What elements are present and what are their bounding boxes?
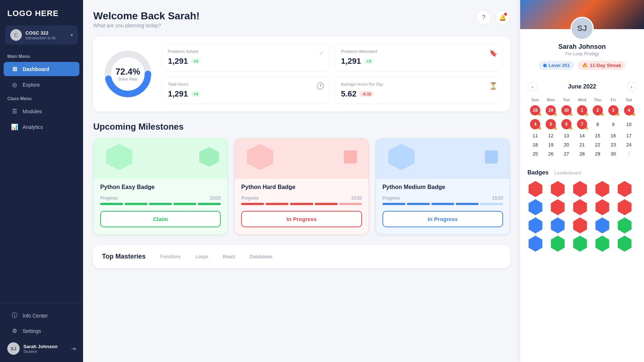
- problems-solved-label: Problems Solved: [168, 49, 323, 54]
- hard-progress-value: 15/20: [351, 196, 362, 201]
- calendar-day[interactable]: 1: [621, 149, 637, 158]
- calendar-fire-day: 2: [593, 105, 603, 115]
- stat-avg-hours: Average Hours Per Day 5.62 -0.32 ⏳: [335, 76, 503, 104]
- profile-badges-row: Level 251 🔥 11-Day Streak: [527, 61, 637, 70]
- milestone-medium-badge: Python Medium Badge Progress 15/20 In Pr…: [376, 138, 510, 235]
- calendar-day[interactable]: 2: [590, 103, 605, 117]
- problems-solved-value: 1,291: [168, 56, 188, 66]
- solve-rate-label: Solve Rate: [115, 77, 140, 81]
- sidebar-item-analytics[interactable]: 📊 Analytics: [4, 120, 79, 134]
- mastery-tab-databases[interactable]: Databases: [250, 252, 272, 261]
- mastery-tab-react[interactable]: React: [223, 252, 235, 261]
- badge-hex-red: [572, 199, 588, 215]
- calendar-fire-day: 4: [530, 119, 540, 129]
- calendar-day[interactable]: 12: [543, 131, 559, 140]
- calendar-day[interactable]: 3: [605, 103, 621, 117]
- sidebar-item-explore[interactable]: ◎ Explore: [4, 78, 79, 92]
- calendar-day[interactable]: 19: [543, 140, 559, 149]
- calendar-day[interactable]: 14: [574, 131, 590, 140]
- hard-inprogress-button[interactable]: In Progress: [241, 211, 362, 227]
- notifications-button[interactable]: 🔔: [495, 10, 510, 25]
- calendar-day[interactable]: 11: [527, 131, 543, 140]
- claim-button[interactable]: Claim: [100, 211, 221, 227]
- hourglass-icon: ⏳: [489, 82, 497, 90]
- masteries-title: Top Masteries: [102, 253, 146, 260]
- total-hours-label: Total Hours: [168, 82, 323, 86]
- badges-area: Badges Leaderboard: [520, 164, 644, 257]
- calendar-day[interactable]: 4: [527, 117, 543, 131]
- avg-hours-badge: -0.32: [360, 91, 374, 97]
- calendar-day[interactable]: 10: [621, 117, 637, 131]
- leaderboard-link[interactable]: Leaderboard: [554, 170, 581, 176]
- calendar-day-header: Thu: [590, 96, 605, 103]
- profile-avatar-wrap: SJ: [570, 17, 594, 40]
- total-hours-value: 1,291: [168, 89, 188, 99]
- calendar-day[interactable]: 7: [574, 117, 590, 131]
- dashboard-icon: ⊞: [11, 66, 18, 72]
- sidebar-item-settings[interactable]: ⚙ Settings: [4, 324, 79, 338]
- user-profile-row[interactable]: SJ Sarah Johnson Student ⇥: [0, 339, 83, 358]
- mastery-tab-functions[interactable]: Functions: [160, 252, 181, 261]
- mastery-tab-loops[interactable]: Loops: [195, 252, 208, 261]
- calendar-day[interactable]: 29: [543, 103, 559, 117]
- calendar-day[interactable]: 24: [621, 140, 637, 149]
- calendar-day[interactable]: 4: [621, 103, 637, 117]
- badge-hex-red: [572, 217, 588, 233]
- medium-inprogress-button[interactable]: In Progress: [382, 211, 503, 227]
- sidebar-item-info-center[interactable]: ⓘ Info Center: [4, 308, 79, 323]
- calendar-day[interactable]: 23: [605, 140, 621, 149]
- calendar-day[interactable]: 28: [574, 149, 590, 158]
- calendar-day[interactable]: 9: [605, 117, 621, 131]
- calendar-day[interactable]: 15: [590, 131, 605, 140]
- calendar-day[interactable]: 26: [543, 149, 559, 158]
- calendar-day[interactable]: 30: [559, 103, 574, 117]
- explore-icon: ◎: [11, 81, 18, 88]
- calendar-day[interactable]: 6: [559, 117, 574, 131]
- calendar-fire-day: 30: [561, 105, 572, 115]
- user-role: Student: [23, 349, 58, 354]
- stats-grid: Problems Solved 1,291 +3 ✓ Problems Atte…: [162, 44, 503, 104]
- calendar-day[interactable]: 22: [590, 140, 605, 149]
- badge-hex-green: [572, 236, 588, 252]
- calendar-day[interactable]: 8: [590, 117, 605, 131]
- easy-progress-bar: [100, 203, 221, 205]
- badge-hex-blue: [594, 217, 610, 233]
- calendar-day[interactable]: 27: [559, 149, 574, 158]
- calendar-day[interactable]: 13: [559, 131, 574, 140]
- calendar-day[interactable]: 21: [574, 140, 590, 149]
- milestones-title: Upcoming Milestones: [93, 122, 510, 132]
- calendar-day[interactable]: 5: [543, 117, 559, 131]
- badge-hex-green: [617, 236, 633, 252]
- calendar-day[interactable]: 1: [574, 103, 590, 117]
- calendar-day[interactable]: 29: [590, 149, 605, 158]
- sidebar-item-dashboard[interactable]: ⊞ Dashboard: [4, 62, 79, 76]
- badge-hex-red: [550, 199, 566, 215]
- profile-name: Sarah Johnson: [527, 43, 637, 51]
- calendar-day[interactable]: 25: [527, 149, 543, 158]
- calendar-next-button[interactable]: ›: [627, 82, 637, 92]
- dashboard-label: Dashboard: [23, 66, 49, 72]
- class-selector[interactable]: C COSC 322 Introduction to AI ▾: [5, 25, 78, 44]
- badge-hex-blue: [527, 236, 543, 252]
- help-button[interactable]: ?: [476, 10, 491, 25]
- calendar-day[interactable]: 30: [605, 149, 621, 158]
- welcome-title: Welcome Back Sarah!: [93, 10, 200, 22]
- analytics-label: Analytics: [23, 124, 43, 130]
- calendar-day[interactable]: 28: [527, 103, 543, 117]
- calendar-fire-day: 4: [624, 105, 634, 115]
- stats-area: 72.4% Solve Rate Problems Solved 1,291 +…: [93, 36, 510, 111]
- calendar-prev-button[interactable]: ‹: [527, 82, 538, 92]
- logout-icon[interactable]: ⇥: [71, 345, 76, 352]
- donut-chart: 72.4% Solve Rate: [101, 47, 155, 101]
- calendar-fire-day: 5: [546, 119, 556, 129]
- calendar-day[interactable]: 17: [621, 131, 637, 140]
- calendar-day[interactable]: 18: [527, 140, 543, 149]
- level-badge: Level 251: [539, 61, 574, 70]
- streak-label: 11-Day Streak: [590, 63, 621, 68]
- logo: LOGO HERE: [0, 0, 83, 25]
- calendar-day-header: Wed: [574, 96, 590, 103]
- solve-rate-value: 72.4%: [115, 67, 140, 77]
- calendar-day[interactable]: 20: [559, 140, 574, 149]
- sidebar-item-modules[interactable]: ☰ Modules: [4, 104, 79, 118]
- calendar-day[interactable]: 16: [605, 131, 621, 140]
